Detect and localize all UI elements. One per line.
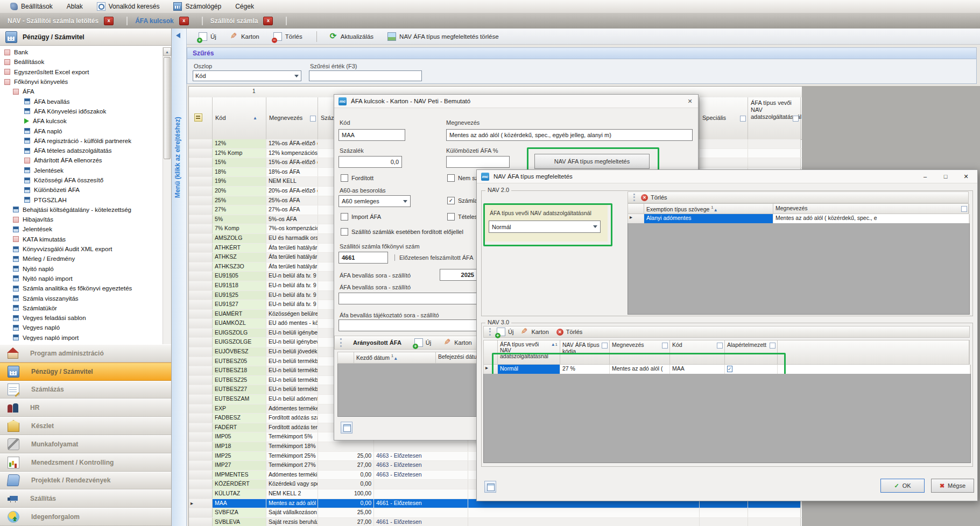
sidebar-module[interactable]: Pénzügy / Számvitel xyxy=(0,362,171,381)
nav30-karton-button[interactable]: Karton xyxy=(521,328,548,336)
filter-box-icon[interactable] xyxy=(740,116,746,122)
sidebar-module[interactable]: HR xyxy=(0,399,171,417)
aranyositott-uj-button[interactable]: Új xyxy=(414,338,431,347)
tab-close-icon[interactable] xyxy=(104,17,114,25)
menu-item[interactable]: Vonalkód keresés xyxy=(90,0,167,13)
column-header-kezdo-datum[interactable]: Kezdő dátum 1▲ xyxy=(354,352,436,363)
grid-corner-cell[interactable] xyxy=(189,97,213,139)
sidebar-tree-item[interactable]: Könyvvizsgálói Audit XML export xyxy=(0,244,161,254)
sidebar-scrollbar[interactable]: ▲ ▼ xyxy=(163,47,171,364)
tab-close-icon[interactable] xyxy=(263,17,273,25)
export-grid-button[interactable] xyxy=(341,422,352,433)
maximize-icon[interactable]: □ xyxy=(937,172,954,181)
sidebar-module[interactable]: Készlet xyxy=(0,417,171,435)
forditott-checkbox[interactable]: Fordított xyxy=(341,174,373,182)
filter-column-select[interactable]: Kód xyxy=(193,70,301,81)
toolbar-button[interactable]: Törlés xyxy=(273,32,302,41)
tab[interactable]: NAV - Szállítói számla letöltés xyxy=(8,17,128,25)
nav20-row[interactable]: Alanyi adómentes Mentes az adó alól ( kö… xyxy=(628,214,970,224)
sidebar-tree-item[interactable]: Főkönyvi könyvelés xyxy=(0,77,161,87)
minimize-icon[interactable]: – xyxy=(917,172,933,181)
toolbar-button[interactable]: Karton xyxy=(230,33,259,40)
nav20-torles-button[interactable]: Törlés xyxy=(641,194,667,201)
tab[interactable]: Szállítói számla xyxy=(210,17,287,25)
aranyositott-karton-button[interactable]: Karton xyxy=(444,339,471,346)
sidebar-module[interactable]: Menedzsment / Kontrolling xyxy=(0,453,171,472)
import-afa-checkbox[interactable]: Import ÁFA xyxy=(341,213,381,221)
sidebar-tree-item[interactable]: ÁFA bevallás xyxy=(0,96,161,106)
kulonbozeti-input[interactable] xyxy=(446,156,510,168)
sidebar-tree-item[interactable]: Vegyes napló import xyxy=(0,333,161,343)
sidebar-tree-item[interactable]: Áthárított ÁFA ellenorzés xyxy=(0,155,161,165)
tajekoztato-input[interactable] xyxy=(339,319,480,331)
sidebar-module[interactable]: Projektek / Rendezvények xyxy=(0,472,171,490)
bevallas1-input[interactable]: 2025 xyxy=(440,269,477,281)
sidebar-tree-item[interactable]: Egyszerűsített Excel export xyxy=(0,67,161,77)
szazalek-input[interactable]: 0,0 xyxy=(339,156,402,168)
nav30-uj-button[interactable]: Új xyxy=(497,328,513,336)
kod-input[interactable]: MAA xyxy=(339,129,405,141)
a60-select[interactable]: A60 semleges xyxy=(339,195,411,207)
column-header-megnevezes[interactable]: Megnevezés xyxy=(773,204,969,214)
sidebar-tree-item[interactable]: KATA kimutatás xyxy=(0,234,161,244)
tab-close-icon[interactable] xyxy=(179,17,189,25)
sidebar-tree-item[interactable]: PTGSZLAH xyxy=(0,195,161,204)
table-row[interactable]: SVBFIZA Saját vállalkozáson l 25,00 xyxy=(189,508,802,518)
column-header-afatipus[interactable]: ÁFA típus vevői NAV adatszolgáltatásnál xyxy=(748,97,801,139)
filter-box-icon[interactable] xyxy=(770,343,775,349)
column-header-specialis[interactable]: Speciális xyxy=(700,97,748,139)
sidebar-tree-item[interactable]: Jelentések xyxy=(0,224,161,234)
export-grid-button[interactable] xyxy=(484,481,496,493)
sidebar-tree-item[interactable]: ÁFA regisztráció - külföldi partnerek xyxy=(0,136,161,146)
menu-collapse-strip[interactable]: Menü (klikk az elrejtéshez) xyxy=(172,29,187,526)
sidebar-tree-item[interactable]: Vegyes feladási sablon xyxy=(0,313,161,323)
sidebar-tree-item[interactable]: Számla analitika és főkönyvi egyeztetés xyxy=(0,283,161,293)
cancel-button[interactable]: ✖ Mégse xyxy=(931,479,974,493)
column-header-exemption[interactable]: Exemption típus szövege 1▲ xyxy=(644,204,773,214)
tab[interactable]: ÁFA kulcsok xyxy=(135,17,203,25)
tipus-select[interactable]: Normál xyxy=(489,221,601,233)
table-row[interactable]: SVBLEVA Saját rezsis beruház 27,00 4661 … xyxy=(189,518,802,526)
column-chooser-icon[interactable] xyxy=(194,113,202,122)
bevallas2-input[interactable] xyxy=(339,293,480,304)
filter-box-icon[interactable] xyxy=(662,343,668,349)
sidebar-tree-item[interactable]: ÁFA xyxy=(0,87,161,96)
szallito-forditott-checkbox[interactable]: Szállító számlák esetében fordított előj… xyxy=(341,228,463,236)
sidebar-tree-item[interactable]: Behajtási költségátalány - kötelezettség xyxy=(0,205,161,215)
nav30-torles-button[interactable]: Törlés xyxy=(556,329,583,336)
megnevezes-input[interactable]: Mentes az adó alól ( közérdekű, spec., e… xyxy=(446,129,693,141)
fokonyvi-input[interactable]: 4661 xyxy=(339,252,388,264)
sidebar-tree-item[interactable]: Beállítások xyxy=(0,57,161,67)
toolbar-button[interactable]: Új xyxy=(199,32,216,41)
sidebar-tree-item[interactable]: Hibajavítás xyxy=(0,215,161,224)
sidebar-tree-item[interactable]: ÁFA Könyvelési időszakok xyxy=(0,106,161,116)
sidebar-tree-item[interactable]: Nyitó napló xyxy=(0,264,161,274)
sidebar-tree-item[interactable]: ÁFA tételes adatszolgáltatás xyxy=(0,146,161,155)
filter-box-icon[interactable] xyxy=(310,116,316,122)
sidebar-tree-item[interactable]: ÁFA napló xyxy=(0,126,161,136)
toolbar-button[interactable]: NAV ÁFA típus megfeleltetés törlése xyxy=(387,32,499,41)
sidebar-tree-item[interactable]: Jelentések xyxy=(0,166,161,175)
sidebar-tree-item[interactable]: Vegyes napló xyxy=(0,323,161,332)
sidebar-module[interactable]: Szállítás xyxy=(0,489,171,508)
sidebar-tree-item[interactable]: Mérleg / Eredmény xyxy=(0,254,161,264)
sidebar-tree-item[interactable]: Számlatükör xyxy=(0,303,161,313)
sidebar-tree-item[interactable]: ÁFA kulcsok xyxy=(0,116,161,126)
sidebar-module[interactable]: Számlázás xyxy=(0,381,171,399)
ok-button[interactable]: ✓ OK xyxy=(880,479,925,493)
menu-item[interactable]: Beállítások xyxy=(3,0,60,13)
menu-item[interactable]: Cégek xyxy=(228,0,261,13)
sidebar-module[interactable]: Idegenforgalom xyxy=(0,508,171,526)
filter-value-input[interactable] xyxy=(309,70,422,81)
filter-box-icon[interactable] xyxy=(602,343,608,349)
filter-box-icon[interactable] xyxy=(717,343,723,349)
sidebar-tree-item[interactable]: Nyitó napló import xyxy=(0,274,161,283)
scrollbar-thumb[interactable] xyxy=(164,57,171,159)
nav-afa-tipus-megfeleltetes-button[interactable]: NAV ÁFA típus megfeleltetés xyxy=(534,154,650,169)
sidebar-tree-item[interactable]: Bank xyxy=(0,47,161,57)
filter-box-icon[interactable] xyxy=(961,206,967,212)
scroll-up-icon[interactable]: ▲ xyxy=(163,47,171,56)
menu-item[interactable]: Ablak xyxy=(60,0,90,13)
sidebar-tree-item[interactable]: Különbözeti ÁFA xyxy=(0,185,161,195)
filter-box-icon[interactable] xyxy=(793,116,799,122)
